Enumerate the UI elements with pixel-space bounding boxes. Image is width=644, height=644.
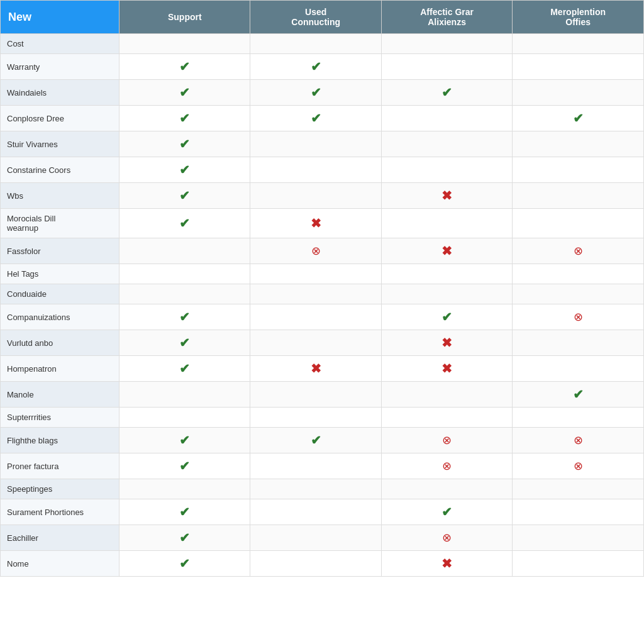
check-icon: ✔ <box>179 531 190 545</box>
cell-meroplention <box>513 54 644 80</box>
check-icon: ✔ <box>179 60 190 74</box>
check-icon: ✔ <box>179 111 190 125</box>
cell-meroplention <box>513 264 644 284</box>
cell-used <box>250 551 382 577</box>
cross-circle-icon: ⊗ <box>574 460 583 472</box>
header-col4: Affectic GrarAlixienzs <box>381 1 512 34</box>
cell-meroplention <box>513 551 644 577</box>
table-row: Waindaiels✔✔✔ <box>1 80 644 106</box>
cell-affecting <box>381 479 512 499</box>
cell-support: ✔ <box>119 209 250 238</box>
row-label: Stuir Vivarnes <box>1 131 119 157</box>
check-icon: ✔ <box>311 111 321 125</box>
cell-support: ✔ <box>119 551 250 577</box>
table-row: Proner factura✔⊗⊗ <box>1 453 644 479</box>
row-label: Vurlutd anbo <box>1 330 119 356</box>
cell-support <box>119 284 250 304</box>
comparison-table: New Support UsedConnucting Affectic Grar… <box>0 0 644 577</box>
row-label: Conduaide <box>1 284 119 304</box>
cell-support: ✔ <box>119 330 250 356</box>
table-row: Fassfolor⊗✖⊗ <box>1 238 644 264</box>
cell-support <box>119 238 250 264</box>
check-icon: ✔ <box>179 310 190 324</box>
cell-support: ✔ <box>119 183 250 209</box>
table-row: Conduaide <box>1 284 644 304</box>
row-label: Morocials Dill wearnup <box>1 209 119 238</box>
header-col2: Support <box>119 1 250 34</box>
cell-affecting <box>381 382 512 408</box>
row-label: Conplosre Dree <box>1 106 119 131</box>
cell-support: ✔ <box>119 106 250 131</box>
cell-used <box>250 479 382 499</box>
row-label: Supterrrities <box>1 408 119 428</box>
cell-used <box>250 382 382 408</box>
cell-used <box>250 408 382 428</box>
cell-support: ✔ <box>119 54 250 80</box>
cell-used <box>250 525 382 551</box>
check-icon: ✔ <box>179 189 190 203</box>
cell-affecting: ✖ <box>381 330 512 356</box>
cell-affecting <box>381 54 512 80</box>
cross-icon: ✖ <box>441 189 452 203</box>
row-label: Fassfolor <box>1 238 119 264</box>
check-icon: ✔ <box>311 86 321 99</box>
cross-circle-icon: ⊗ <box>574 311 583 323</box>
cell-support: ✔ <box>119 304 250 330</box>
cell-meroplention <box>513 34 644 54</box>
cell-meroplention <box>513 525 644 551</box>
table-row: Supterrrities <box>1 408 644 428</box>
cell-affecting <box>381 131 512 157</box>
cell-meroplention: ✔ <box>513 382 644 408</box>
cell-meroplention <box>513 356 644 382</box>
cross-icon: ✖ <box>441 244 452 258</box>
cell-affecting <box>381 284 512 304</box>
cross-circle-icon: ⊗ <box>442 434 452 447</box>
check-icon: ✔ <box>573 387 584 401</box>
table-row: Wbs✔✖ <box>1 183 644 209</box>
check-icon: ✔ <box>311 433 321 447</box>
cell-used <box>250 330 382 356</box>
check-icon: ✔ <box>179 86 190 99</box>
cell-used: ⊗ <box>250 238 382 264</box>
cross-icon: ✖ <box>311 216 321 230</box>
cell-used <box>250 304 382 330</box>
row-label: Proner factura <box>1 453 119 479</box>
cell-affecting: ✔ <box>381 304 512 330</box>
cell-affecting <box>381 34 512 54</box>
cross-icon: ✖ <box>441 362 452 375</box>
check-icon: ✔ <box>441 310 452 324</box>
cross-circle-icon: ⊗ <box>574 434 583 447</box>
cell-affecting <box>381 106 512 131</box>
table-row: Flighthe blags✔✔⊗⊗ <box>1 428 644 453</box>
table-row: Vurlutd anbo✔✖ <box>1 330 644 356</box>
table-row: Nome✔✖ <box>1 551 644 577</box>
table-row: Eachiller✔⊗ <box>1 525 644 551</box>
row-label: Cost <box>1 34 119 54</box>
cell-affecting <box>381 264 512 284</box>
cell-used: ✔ <box>250 54 382 80</box>
cell-meroplention <box>513 479 644 499</box>
cross-circle-icon: ⊗ <box>442 460 452 472</box>
cross-circle-icon: ⊗ <box>311 245 321 257</box>
cell-meroplention <box>513 80 644 106</box>
header-col5: MeroplentionOffies <box>513 1 644 34</box>
table-row: Manole✔ <box>1 382 644 408</box>
row-label: Eachiller <box>1 525 119 551</box>
table-row: Cost <box>1 34 644 54</box>
header-col3: UsedConnucting <box>250 1 382 34</box>
cell-meroplention <box>513 131 644 157</box>
row-label: Nome <box>1 551 119 577</box>
cell-used: ✔ <box>250 80 382 106</box>
check-icon: ✔ <box>179 137 190 151</box>
cell-affecting: ⊗ <box>381 525 512 551</box>
table-row: Constarine Coors✔ <box>1 157 644 183</box>
cell-support: ✔ <box>119 525 250 551</box>
cell-affecting: ✖ <box>381 356 512 382</box>
cell-meroplention: ⊗ <box>513 428 644 453</box>
cell-support: ✔ <box>119 131 250 157</box>
cell-used <box>250 131 382 157</box>
cell-meroplention: ✔ <box>513 106 644 131</box>
table-row: Hompenatron✔✖✖ <box>1 356 644 382</box>
cell-meroplention <box>513 284 644 304</box>
cell-used <box>250 34 382 54</box>
